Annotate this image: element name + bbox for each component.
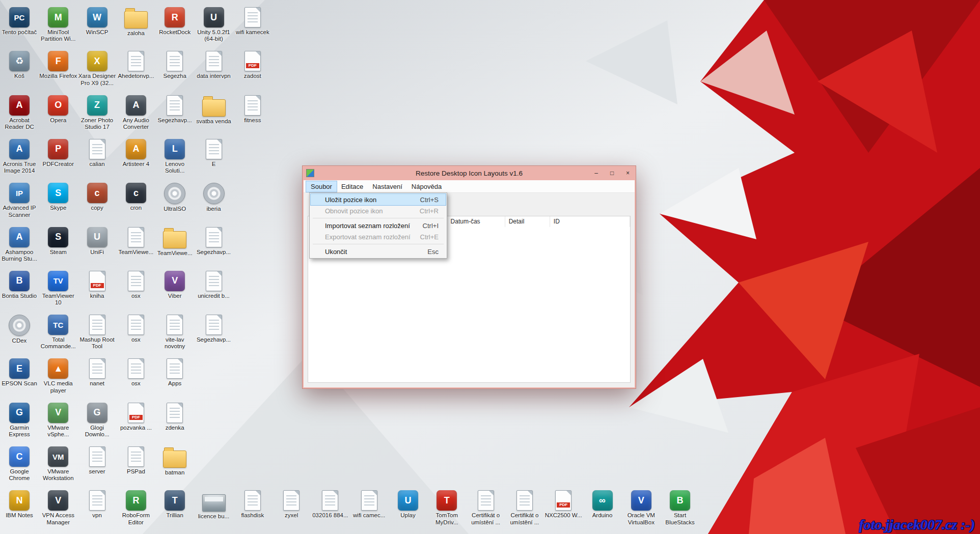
menu-nastaveni[interactable]: Nastavení [368,181,407,192]
desktop-icon[interactable]: UUplay [389,490,427,519]
column-header[interactable]: Detail [505,216,550,227]
desktop-icon[interactable]: Mashup Root Tool [78,315,117,350]
desktop-icon[interactable]: osx [117,315,155,343]
desktop-icon[interactable]: ∞Arduino [583,490,622,519]
desktop-icon[interactable]: UltraISO [155,183,194,212]
desktop-icon[interactable]: SSteam [39,227,77,256]
desktop-icon[interactable]: NIBM Notes [0,490,39,519]
desktop-icon[interactable]: UUnity 5.0.2f1 (64-bit) [195,7,233,43]
desktop-icon[interactable]: MMiniTool Partition Wi... [39,7,77,43]
desktop-icon[interactable]: PPDFCreator [39,139,77,167]
desktop-icon[interactable]: Apps [155,358,194,387]
desktop-icon[interactable]: UUniFi [78,227,117,256]
desktop-icon[interactable]: Segezha [155,51,194,79]
desktop-icon[interactable]: osx [117,271,155,299]
app-window[interactable]: Restore Desktop Icon Layouts v1.6 – □ × … [302,165,636,389]
desktop-icon[interactable]: pozvanka ... [117,403,155,431]
desktop-icon[interactable]: AAny Audio Converter [117,95,155,131]
desktop-icon[interactable]: TTomTom MyDriv... [427,490,466,526]
desktop-icon[interactable]: BStart BlueStacks [661,490,699,526]
desktop-icon[interactable]: 032016 884... [311,490,349,519]
desktop-icon[interactable]: Ahedetonvp... [117,51,155,79]
desktop-icon[interactable]: svatba venda [195,95,233,125]
desktop-icon[interactable]: FMozilla Firefox [39,51,77,79]
desktop-icon[interactable]: kniha [78,271,117,299]
desktop-icon[interactable]: TVTeamViewer 10 [39,271,77,306]
desktop-icon[interactable]: VOracle VM VirtualBox [622,490,661,526]
desktop-icon[interactable]: TeamViewe... [117,227,155,256]
desktop-icon[interactable]: PSPad [117,446,155,475]
desktop-icon[interactable]: ZZoner Photo Studio 17 [78,95,117,131]
desktop-icon[interactable]: NXC2500 W... [544,490,583,519]
desktop-icon[interactable]: ▲VLC media player [39,358,77,394]
desktop-icon[interactable]: flashdisk [233,490,272,519]
column-header[interactable]: ID [550,216,630,227]
desktop-icon[interactable]: VMVMware Workstation [39,446,77,482]
desktop-icon[interactable]: TeamViewe... [155,227,194,257]
desktop-icon[interactable]: ccopy [78,183,117,211]
desktop-icon[interactable]: server [78,446,117,475]
menu-editace[interactable]: Editace [337,181,368,192]
menu-item[interactable]: Importovat seznam rozloženíCtrl+I [311,220,446,231]
window-titlebar[interactable]: Restore Desktop Icon Layouts v1.6 – □ × [303,166,636,180]
desktop-icon[interactable]: VVPN Access Manager [39,490,77,526]
desktop-icon[interactable]: data intervpn [195,51,233,79]
desktop-icon[interactable]: CDex [0,315,39,344]
desktop-icon[interactable]: BBontia Studio [0,271,39,299]
menu-item[interactable]: UkončitEsc [311,246,446,257]
uplay-icon: U [398,490,418,511]
desktop-icon[interactable]: AAshampoo Burning Stu... [0,227,39,263]
desktop-icon[interactable]: PCTento počítač [0,7,39,36]
desktop-icon[interactable]: wifi kamecek [233,7,272,36]
desktop-icon[interactable]: Segezhavp... [195,227,233,256]
desktop-icon[interactable]: zaloha [117,7,155,37]
desktop-icon[interactable]: osx [117,358,155,387]
desktop-icon[interactable]: GGlogi Downlo... [78,403,117,438]
desktop-icon[interactable]: OOpera [39,95,77,124]
desktop-icon[interactable]: AAcronis True Image 2014 [0,139,39,175]
desktop-icon[interactable]: vpn [78,490,117,519]
desktop-icon[interactable]: SSkype [39,183,77,211]
desktop-icon[interactable]: WWinSCP [78,7,117,36]
desktop-icon[interactable]: TCTotal Commande... [39,315,77,350]
desktop-icon[interactable]: Segezhavp... [155,95,194,124]
desktop-icon[interactable]: Certifikát o umístění ... [505,490,544,526]
desktop-icon[interactable]: IPAdvanced IP Scanner [0,183,39,218]
desktop-icon[interactable]: vite-lav novotny [155,315,194,350]
desktop-icon[interactable]: ♻Koš [0,51,39,79]
desktop-icon[interactable]: AAcrobat Reader DC [0,95,39,131]
desktop-icon[interactable]: VVMware vSphe... [39,403,77,438]
desktop-icon[interactable]: GGarmin Express [0,403,39,438]
column-header[interactable]: Datum-čas [447,216,505,227]
desktop-icon[interactable]: zadost [233,51,272,79]
desktop-icon[interactable]: RRoboForm Editor [117,490,155,526]
desktop-icon[interactable]: TTrillian [155,490,194,519]
close-button[interactable]: × [620,167,636,179]
menu-soubor[interactable]: Soubor [306,181,337,192]
desktop-icon[interactable]: E [195,139,233,167]
desktop-icon[interactable]: zyxel [272,490,311,519]
desktop-icon[interactable]: VViber [155,271,194,299]
maximize-button[interactable]: □ [604,167,620,179]
desktop-icon[interactable]: unicredit b... [195,271,233,299]
menu-item[interactable]: Uložit pozice ikonCtrl+S [311,194,446,205]
desktop-icon[interactable]: RRocketDock [155,7,194,36]
desktop-icon[interactable]: iberia [195,183,233,212]
desktop-icon[interactable]: calian [78,139,117,167]
desktop-icon[interactable]: Certifikát o umístění ... [467,490,505,526]
desktop-icon[interactable]: AArtisteer 4 [117,139,155,167]
desktop-icon[interactable]: zdenka [155,403,194,431]
desktop-icon[interactable]: batman [155,446,194,476]
desktop-icon[interactable]: ccron [117,183,155,211]
desktop-icon[interactable]: CGoogle Chrome [0,446,39,482]
desktop-icon[interactable]: EEPSON Scan [0,358,39,387]
desktop-icon[interactable]: XXara Designer Pro X9 (32... [78,51,117,87]
minimize-button[interactable]: – [588,167,604,179]
desktop-icon[interactable]: LLenovo Soluti... [155,139,194,175]
menu-napoveda[interactable]: Nápověda [407,181,446,192]
desktop-icon[interactable]: Segezhavp... [195,315,233,343]
desktop-icon[interactable]: fitness [233,95,272,124]
desktop-icon[interactable]: wifi camec... [350,490,389,519]
desktop-icon[interactable]: licence bu... [195,490,233,520]
desktop-icon[interactable]: nanet [78,358,117,387]
